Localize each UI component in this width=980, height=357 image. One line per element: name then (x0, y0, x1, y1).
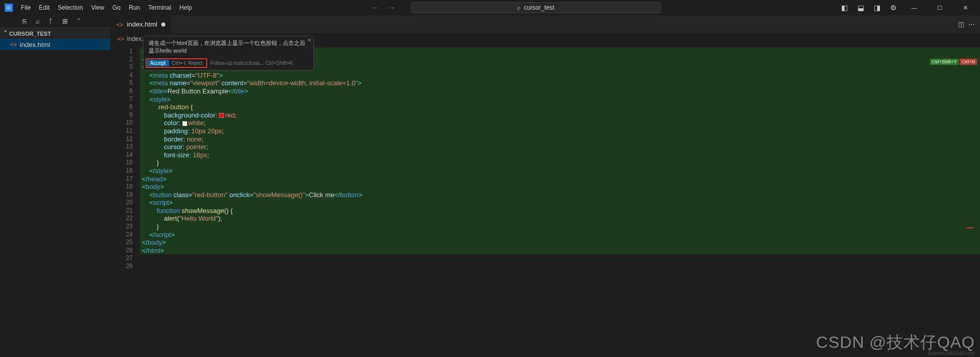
menu-go[interactable]: Go (109, 2, 124, 13)
code-line[interactable]: </head> (140, 175, 980, 183)
code-line[interactable]: function showMessage() { (140, 207, 980, 215)
code-line[interactable]: <meta name="viewport" content="width=dev… (140, 79, 980, 87)
line-gutter: 1234567891011121314151617181920212223242… (110, 44, 140, 357)
html-file-icon: <> (116, 21, 123, 28)
hint-reject: Ctrl+N (960, 59, 977, 65)
tab-bar: <> index.html ◫ ⋯ (110, 15, 980, 33)
hint-accept: Ctrl+Shift+Y (930, 59, 959, 65)
explorer-root[interactable]: CURSOR_TEST (0, 28, 110, 39)
tree-item-label: index.html (20, 41, 50, 49)
code-editor[interactable]: 1234567891011121314151617181920212223242… (110, 44, 980, 357)
command-center[interactable]: ⌕ cursor_test (411, 2, 661, 13)
html-file-icon: <> (10, 41, 17, 47)
code-lines[interactable]: <!DOCTYPE html><html lang="en"><head> <m… (140, 44, 980, 357)
layout-panel-left-icon[interactable]: ◧ (837, 1, 851, 15)
tab-index-html[interactable]: <> index.html (110, 15, 172, 33)
code-line[interactable]: border: none; (140, 135, 980, 144)
code-line[interactable]: } (140, 159, 980, 167)
tree-item-index-html[interactable]: <> index.html (0, 39, 110, 50)
code-line[interactable]: </body> (140, 239, 980, 247)
window-minimize-icon[interactable]: — (902, 0, 926, 15)
code-line[interactable]: </html> (140, 247, 980, 255)
code-line[interactable]: color: white; (140, 119, 980, 127)
code-line[interactable]: .red-button { (140, 103, 980, 111)
code-line[interactable]: <title>Red Button Example</title> (140, 87, 980, 96)
menu-view[interactable]: View (87, 2, 108, 13)
menu-edit[interactable]: Edit (35, 2, 53, 13)
nav-forward-icon[interactable]: → (388, 4, 396, 12)
file-explorer: <> index.html (0, 39, 110, 357)
menu-help[interactable]: Help (176, 2, 196, 13)
code-line[interactable]: <button class="red-button" onclick="show… (140, 191, 980, 199)
code-line[interactable]: <body> (140, 183, 980, 191)
extensions-icon[interactable]: ⊞ (62, 17, 68, 25)
followup-input[interactable]: Follow-up instructions... Ctrl+Shift+K (207, 60, 311, 66)
code-line[interactable]: background-color: red; (140, 111, 980, 120)
menu-file[interactable]: File (17, 2, 34, 13)
search-icon: ⌕ (517, 4, 521, 11)
new-file-icon[interactable]: ⎘ (22, 17, 27, 25)
nav-back-icon[interactable]: ← (372, 4, 379, 12)
menu-run[interactable]: Run (125, 2, 143, 13)
split-editor-icon[interactable]: ◫ (958, 20, 964, 28)
search-files-icon[interactable]: ⌕ (36, 17, 40, 25)
main-menu: FileEditSelectionViewGoRunTerminalHelp (17, 2, 195, 13)
explorer-root-label: CURSOR_TEST (9, 31, 51, 37)
search-text: cursor_test (524, 4, 554, 11)
code-line[interactable]: alert("Hello World"); (140, 215, 980, 223)
accept-highlight: Accept Ctrl+⇧ Reject (145, 58, 207, 68)
code-line[interactable]: cursor: pointer; (140, 143, 980, 151)
ai-inline-prompt: ✕ 请生成一个html页面，在浏览器上显示一个红色按钮，点击之后显示hello … (143, 36, 314, 70)
code-line[interactable]: <script> (140, 199, 980, 207)
code-line[interactable]: </script> (140, 231, 980, 239)
source-control-icon[interactable]: ᚶ (49, 17, 53, 25)
shortcut-hints: Ctrl+Shift+Y Ctrl+N (930, 59, 977, 65)
titlebar: FileEditSelectionViewGoRunTerminalHelp ←… (0, 0, 980, 15)
code-line[interactable]: </style> (140, 167, 980, 175)
modified-dot-icon (161, 22, 165, 27)
app-logo-icon (0, 4, 17, 12)
code-line[interactable]: <style> (140, 96, 980, 104)
watermark-small: @www.zhihuidd.com (927, 350, 975, 356)
code-line[interactable]: font-size: 16px; (140, 151, 980, 159)
reject-hint[interactable]: Ctrl+⇧ Reject (169, 60, 206, 66)
chevron-down-icon[interactable]: ˅ (77, 17, 81, 25)
popup-close-icon[interactable]: ✕ (307, 37, 311, 43)
more-icon[interactable]: ⋯ (968, 20, 975, 28)
tab-label: index.html (127, 20, 157, 28)
accept-button[interactable]: Accept (147, 60, 169, 66)
html-file-icon: <> (117, 36, 124, 42)
window-maximize-icon[interactable]: ☐ (928, 0, 951, 15)
settings-gear-icon[interactable]: ⚙ (886, 1, 900, 15)
minimap-marker-icon (967, 227, 974, 228)
window-close-icon[interactable]: ✕ (953, 0, 977, 15)
ai-prompt-text: 请生成一个html页面，在浏览器上显示一个红色按钮，点击之后显示hello wo… (143, 36, 313, 57)
layout-panel-bottom-icon[interactable]: ⬓ (853, 1, 868, 15)
code-line[interactable]: } (140, 223, 980, 231)
menu-selection[interactable]: Selection (54, 2, 86, 13)
code-line[interactable]: <meta charset="UTF-8"> (140, 72, 980, 80)
layout-panel-right-icon[interactable]: ◨ (870, 1, 884, 15)
code-line[interactable]: padding: 10px 20px; (140, 127, 980, 135)
menu-terminal[interactable]: Terminal (144, 2, 175, 13)
